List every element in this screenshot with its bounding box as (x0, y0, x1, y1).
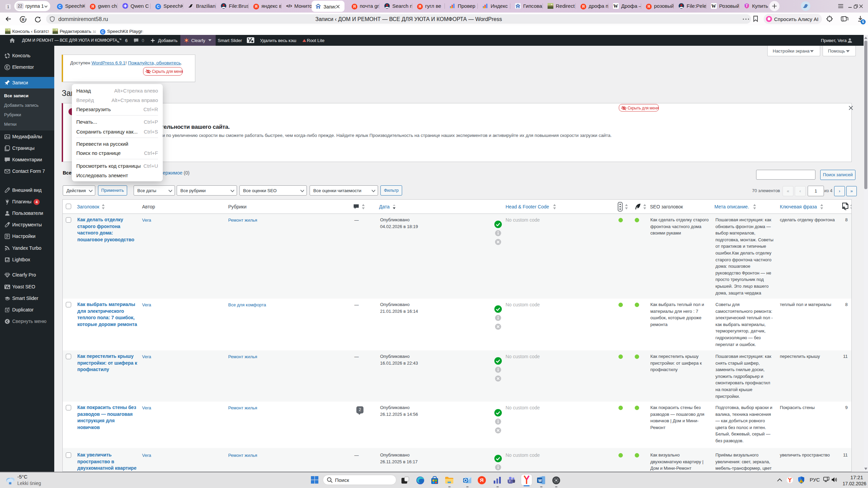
svg-text:W: W (613, 4, 618, 9)
svg-text:Я: Я (22, 18, 24, 22)
svg-text:</>: </> (286, 3, 292, 8)
svg-text:W: W (538, 479, 542, 483)
svg-text:T: T (509, 480, 511, 483)
svg-text:T: T (746, 4, 748, 8)
svg-text:W: W (711, 4, 716, 9)
